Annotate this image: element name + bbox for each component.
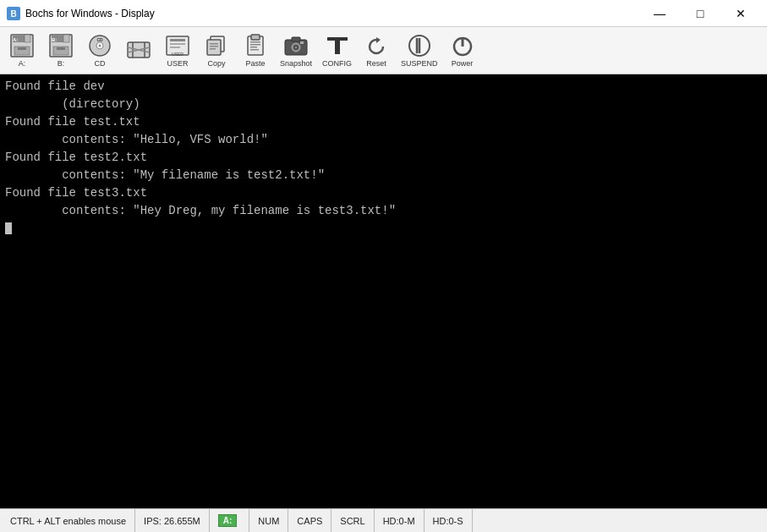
- toolbar-floppy-b[interactable]: B: B:: [42, 30, 79, 71]
- svg-rect-37: [250, 47, 257, 48]
- svg-rect-35: [250, 41, 260, 43]
- config-icon: [324, 32, 351, 59]
- window-title: Bochs for Windows - Display: [25, 8, 155, 19]
- title-controls: — □ ✕: [640, 1, 760, 26]
- toolbar-floppy-a[interactable]: A: A:: [3, 30, 41, 71]
- num-indicator: NUM: [249, 509, 288, 532]
- svg-text:B:: B:: [52, 37, 57, 42]
- title-left: B Bochs for Windows - Display: [7, 7, 155, 20]
- svg-text:CD: CD: [96, 37, 103, 42]
- floppy-a-icon: A:: [8, 32, 36, 59]
- bochs-icon: B: [7, 7, 20, 20]
- paste-icon: [242, 32, 269, 59]
- toolbar-suspend[interactable]: SUSPEND: [397, 30, 442, 71]
- toolbar-snapshot[interactable]: Snapshot: [276, 30, 316, 71]
- reset-icon: [363, 32, 390, 59]
- cdrom-icon: CD: [86, 32, 113, 59]
- config-label: CONFIG: [322, 60, 352, 69]
- svg-rect-12: [57, 47, 65, 50]
- svg-rect-36: [250, 44, 260, 46]
- svg-rect-26: [170, 47, 180, 48]
- close-button[interactable]: ✕: [721, 1, 760, 26]
- svg-rect-6: [18, 47, 26, 50]
- user-label: USER: [167, 60, 188, 69]
- display-area: Found file dev (directory) Found file te…: [0, 74, 767, 508]
- toolbar-paste[interactable]: Paste: [237, 30, 274, 71]
- copy-label: Copy: [207, 60, 225, 69]
- ips-display: IPS: 26.655M: [135, 509, 210, 532]
- svg-rect-10: [63, 35, 69, 42]
- floppy-a-label: A:: [19, 60, 26, 69]
- cdrom-label: CD: [95, 60, 106, 69]
- floppy-b-icon: B:: [47, 32, 74, 59]
- svg-point-43: [295, 47, 298, 49]
- terminal-output: Found file dev (directory) Found file te…: [5, 78, 762, 220]
- terminal-cursor: [5, 222, 12, 234]
- reset-label: Reset: [366, 60, 386, 69]
- toolbar-cdrom[interactable]: CD CD: [81, 30, 118, 71]
- user-icon: USER: [164, 32, 191, 59]
- svg-rect-46: [335, 41, 340, 54]
- suspend-label: SUSPEND: [401, 60, 438, 69]
- svg-rect-29: [207, 40, 221, 55]
- a-badge-container: A:: [210, 509, 250, 532]
- hd0m-indicator: HD:0-M: [375, 509, 425, 532]
- maximize-button[interactable]: □: [681, 1, 720, 26]
- suspend-icon: [406, 32, 433, 59]
- svg-point-16: [99, 45, 101, 47]
- svg-rect-31: [210, 46, 218, 47]
- svg-rect-25: [170, 43, 185, 45]
- toolbar-reset[interactable]: Reset: [358, 30, 395, 71]
- toolbar-copy[interactable]: Copy: [198, 30, 235, 71]
- toolbar-user[interactable]: USER USER: [159, 30, 196, 71]
- paste-label: Paste: [245, 60, 265, 69]
- usb-icon: [125, 36, 152, 63]
- status-bar: CTRL + ALT enables mouse IPS: 26.655M A:…: [0, 508, 767, 532]
- minimize-button[interactable]: —: [640, 1, 679, 26]
- hd0s-indicator: HD:0-S: [425, 509, 473, 532]
- toolbar-usb[interactable]: [120, 34, 157, 67]
- svg-rect-24: [170, 39, 185, 41]
- snapshot-label: Snapshot: [280, 60, 312, 69]
- svg-rect-38: [250, 49, 259, 51]
- toolbar-power[interactable]: Power: [444, 30, 481, 71]
- svg-rect-44: [300, 41, 304, 44]
- floppy-b-label: B:: [58, 60, 65, 69]
- toolbar-config[interactable]: CONFIG: [318, 30, 356, 71]
- power-icon: [449, 32, 476, 59]
- svg-rect-32: [210, 48, 216, 50]
- caps-indicator: CAPS: [288, 509, 331, 532]
- svg-text:B: B: [10, 9, 16, 19]
- toolbar: A: A: B: B: CD CD: [0, 27, 767, 74]
- scrl-indicator: SCRL: [331, 509, 374, 532]
- svg-rect-40: [292, 37, 300, 41]
- svg-text:USER: USER: [172, 52, 184, 57]
- power-label: Power: [452, 60, 474, 69]
- svg-rect-34: [251, 35, 260, 40]
- svg-rect-30: [210, 43, 218, 45]
- snapshot-icon: [282, 32, 310, 59]
- copy-icon: [203, 32, 230, 59]
- mouse-hint: CTRL + ALT enables mouse: [7, 509, 135, 532]
- title-bar: B Bochs for Windows - Display — □ ✕: [0, 0, 767, 27]
- svg-text:A:: A:: [13, 37, 18, 42]
- svg-rect-45: [327, 37, 348, 41]
- a-badge: A:: [218, 514, 238, 527]
- svg-rect-4: [25, 35, 30, 42]
